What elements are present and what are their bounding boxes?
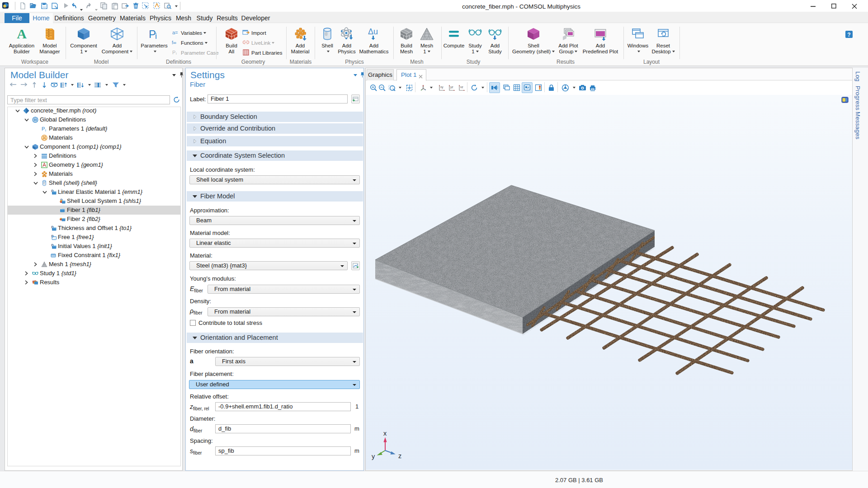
svg-text:i: i: [45, 128, 46, 132]
svg-text:xy: xy: [440, 85, 443, 89]
svg-text:i: i: [176, 52, 177, 56]
svg-text:z: z: [398, 452, 401, 460]
svg-text:P: P: [172, 50, 175, 55]
svg-text:a=: a=: [172, 30, 178, 35]
svg-text:y: y: [372, 453, 375, 460]
svg-text:xz: xz: [460, 85, 463, 89]
svg-text:f∞: f∞: [172, 40, 176, 45]
svg-text:Δu: Δu: [368, 27, 378, 36]
svg-text:i: i: [155, 32, 157, 41]
svg-text:?: ?: [847, 32, 850, 38]
svg-text:x: x: [383, 430, 387, 437]
svg-text:A: A: [17, 27, 27, 41]
svg-text:P: P: [42, 126, 45, 131]
svg-text:yz: yz: [450, 85, 453, 89]
